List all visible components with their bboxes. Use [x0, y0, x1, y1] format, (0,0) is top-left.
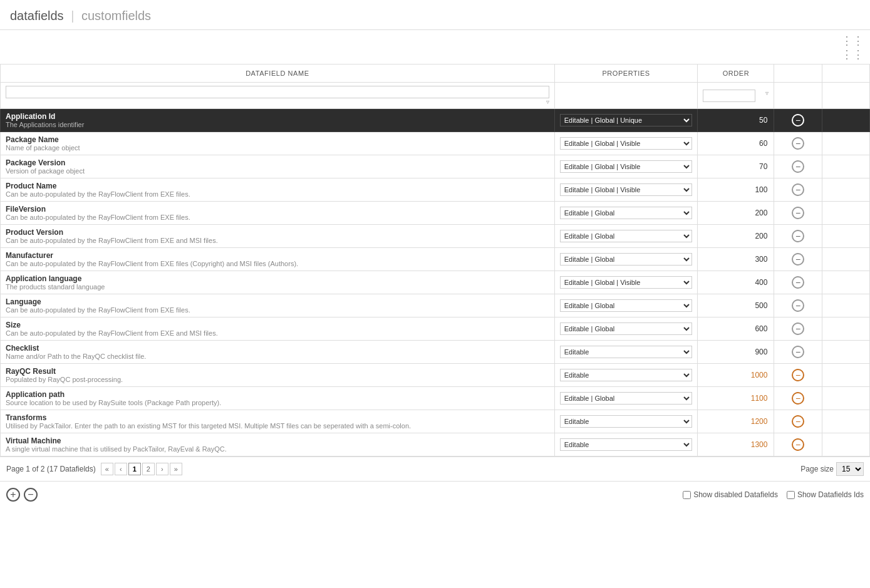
field-extra-cell: [822, 317, 869, 341]
table-row[interactable]: Virtual MachineA single virtual machine …: [1, 433, 870, 456]
first-page-btn[interactable]: «: [101, 463, 113, 475]
table-row[interactable]: ManufacturerCan be auto-populated by the…: [1, 248, 870, 271]
field-order-cell: 70: [698, 155, 774, 178]
remove-row-button[interactable]: −: [792, 346, 804, 358]
field-props-select[interactable]: Editable | Global: [560, 230, 693, 242]
field-action-cell: −: [774, 132, 822, 155]
field-action-cell: −: [774, 317, 822, 341]
field-name-cell: Application languageThe products standar…: [1, 271, 555, 294]
remove-field-button[interactable]: −: [24, 488, 38, 502]
field-name-cell: Product NameCan be auto-populated by the…: [1, 178, 555, 202]
field-order-cell: 50: [698, 109, 774, 132]
add-field-button[interactable]: +: [6, 488, 20, 502]
field-desc-text: Can be auto-populated by the RayFlowClie…: [6, 190, 549, 198]
remove-row-button[interactable]: −: [792, 160, 804, 173]
table-row[interactable]: Application pathSource location to be us…: [1, 387, 870, 410]
table-row[interactable]: RayQC ResultPopulated by RayQC post-proc…: [1, 364, 870, 387]
field-order-cell: 300: [698, 248, 774, 271]
field-desc-text: Can be auto-populated by the RayFlowClie…: [6, 329, 549, 337]
last-page-btn[interactable]: »: [170, 463, 182, 475]
remove-row-button[interactable]: −: [792, 322, 804, 335]
field-props-select[interactable]: Editable | Global: [560, 253, 693, 266]
grid-view-icon[interactable]: ⋮⋮⋮⋮: [841, 34, 864, 61]
table-row[interactable]: FileVersionCan be auto-populated by the …: [1, 202, 870, 225]
field-extra-cell: [822, 248, 869, 271]
field-order-value: 900: [755, 348, 767, 356]
field-props-select[interactable]: Editable | Global: [560, 299, 693, 312]
remove-row-button[interactable]: −: [792, 415, 804, 428]
remove-row-button[interactable]: −: [792, 392, 804, 405]
field-props-select[interactable]: Editable | Global | Visible: [560, 137, 693, 150]
table-row[interactable]: Package VersionVersion of package object…: [1, 155, 870, 178]
datafields-table: DATAFIELD NAME PROPERTIES ORDER ▿ ▿ Appl…: [0, 64, 870, 456]
field-props-select[interactable]: Editable | Global: [560, 322, 693, 335]
order-filter-input[interactable]: [703, 90, 755, 102]
field-props-select[interactable]: Editable: [560, 415, 693, 428]
col-header-order: ORDER: [698, 64, 774, 83]
field-name-cell: SizeCan be auto-populated by the RayFlow…: [1, 317, 555, 341]
table-row[interactable]: TransformsUtilised by PackTailor. Enter …: [1, 410, 870, 433]
field-desc-text: Can be auto-populated by the RayFlowClie…: [6, 214, 549, 221]
page-1-btn[interactable]: 1: [128, 463, 141, 475]
field-action-cell: −: [774, 294, 822, 317]
remove-row-button[interactable]: −: [792, 438, 804, 451]
next-page-btn[interactable]: ›: [156, 463, 168, 475]
show-disabled-checkbox[interactable]: [683, 491, 691, 499]
table-row[interactable]: Package NameName of package objectEditab…: [1, 132, 870, 155]
field-props-select[interactable]: Editable: [560, 438, 693, 451]
field-props-select[interactable]: Editable: [560, 346, 693, 358]
field-name-cell: RayQC ResultPopulated by RayQC post-proc…: [1, 364, 555, 387]
field-props-select[interactable]: Editable | Global: [560, 207, 693, 219]
field-name-text: Transforms: [6, 413, 549, 422]
name-filter-input[interactable]: [6, 86, 549, 98]
show-ids-checkbox[interactable]: [787, 491, 795, 499]
field-name-cell: LanguageCan be auto-populated by the Ray…: [1, 294, 555, 317]
field-extra-cell: [822, 132, 869, 155]
field-extra-cell: [822, 294, 869, 317]
page-2-btn[interactable]: 2: [142, 463, 155, 475]
field-extra-cell: [822, 364, 869, 387]
field-props-select[interactable]: Editable | Global | Unique: [560, 114, 693, 126]
remove-row-button[interactable]: −: [792, 137, 804, 150]
field-desc-text: Utilised by PackTailor. Enter the path t…: [6, 422, 549, 430]
table-row[interactable]: ChecklistName and/or Path to the RayQC c…: [1, 341, 870, 364]
field-props-select[interactable]: Editable | Global: [560, 392, 693, 405]
field-desc-text: Name of package object: [6, 144, 549, 152]
field-name-cell: Application pathSource location to be us…: [1, 387, 555, 410]
remove-row-button[interactable]: −: [792, 230, 804, 242]
field-order-value: 500: [755, 301, 767, 310]
field-action-cell: −: [774, 155, 822, 178]
remove-row-button[interactable]: −: [792, 253, 804, 266]
remove-row-button[interactable]: −: [792, 299, 804, 312]
remove-row-button[interactable]: −: [792, 207, 804, 219]
prev-page-btn[interactable]: ‹: [115, 463, 127, 475]
field-order-value: 400: [755, 278, 767, 287]
table-row[interactable]: Product NameCan be auto-populated by the…: [1, 178, 870, 202]
field-props-select[interactable]: Editable | Global | Visible: [560, 160, 693, 173]
bottom-right-options: Show disabled Datafields Show Datafields…: [683, 490, 864, 499]
field-extra-cell: [822, 109, 869, 132]
field-action-cell: −: [774, 225, 822, 248]
field-order-value: 100: [755, 185, 767, 194]
table-row[interactable]: Product VersionCan be auto-populated by …: [1, 225, 870, 248]
table-row[interactable]: Application IdThe Applications identifie…: [1, 109, 870, 132]
field-order-cell: 200: [698, 225, 774, 248]
field-props-cell: Editable | Global | Visible: [554, 132, 698, 155]
table-row[interactable]: Application languageThe products standar…: [1, 271, 870, 294]
field-props-select[interactable]: Editable | Global | Visible: [560, 183, 693, 196]
table-row[interactable]: SizeCan be auto-populated by the RayFlow…: [1, 317, 870, 341]
field-props-select[interactable]: Editable: [560, 369, 693, 381]
field-name-text: Package Name: [6, 135, 549, 144]
remove-row-button[interactable]: −: [792, 276, 804, 289]
field-props-select[interactable]: Editable | Global | Visible: [560, 276, 693, 289]
field-order-value: 600: [755, 324, 767, 333]
remove-row-button[interactable]: −: [792, 183, 804, 196]
field-action-cell: −: [774, 178, 822, 202]
remove-row-button[interactable]: −: [792, 114, 804, 126]
field-desc-text: The products standard language: [6, 283, 549, 291]
name-filter-icon: ▿: [546, 98, 549, 105]
table-row[interactable]: LanguageCan be auto-populated by the Ray…: [1, 294, 870, 317]
page-size-select[interactable]: 15 25 50: [836, 462, 864, 476]
field-desc-text: Can be auto-populated by the RayFlowClie…: [6, 306, 549, 314]
remove-row-button[interactable]: −: [792, 369, 804, 381]
